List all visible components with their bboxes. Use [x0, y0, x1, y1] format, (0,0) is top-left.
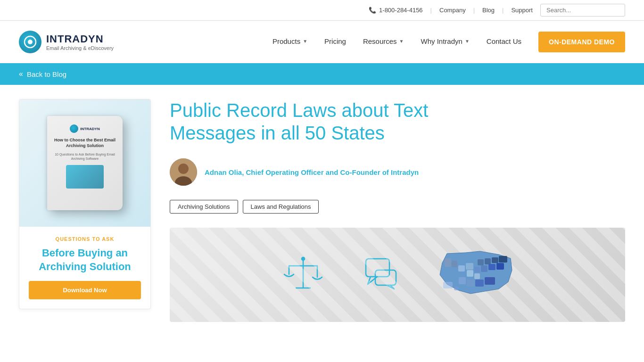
book-screen-graphic: [66, 165, 104, 189]
svg-rect-20: [474, 267, 480, 272]
demo-button[interactable]: ON-DEMAND DEMO: [538, 32, 625, 52]
why-chevron-icon: ▼: [465, 39, 470, 44]
svg-rect-11: [366, 259, 389, 277]
nav-pricing[interactable]: Pricing: [317, 21, 354, 63]
svg-rect-15: [485, 258, 491, 264]
svg-rect-25: [445, 258, 451, 267]
divider-1: |: [430, 7, 432, 14]
logo[interactable]: INTRADYN Email Archiving & eDiscovery: [19, 31, 114, 53]
svg-point-3: [178, 164, 189, 174]
nav-why-intradyn[interactable]: Why Intradyn ▼: [413, 21, 477, 63]
svg-rect-18: [488, 264, 495, 270]
us-map-icon: [438, 249, 513, 301]
logo-text-area: INTRADYN Email Archiving & eDiscovery: [46, 33, 114, 51]
svg-point-1: [28, 40, 33, 44]
logo-brand: INTRADYN: [46, 33, 114, 45]
book-logo-dot: [70, 124, 78, 133]
back-to-blog-link[interactable]: « Back to Blog: [19, 70, 66, 78]
sidebar-headline: Before Buying an Archiving Solution: [29, 247, 141, 273]
sidebar-card: INTRADYN How to Choose the Best Email Ar…: [19, 99, 151, 309]
book-title: How to Choose the Best Email Archiving S…: [54, 138, 116, 148]
tag-archiving-solutions[interactable]: Archiving Solutions: [170, 200, 238, 214]
book-visual: INTRADYN How to Choose the Best Email Ar…: [47, 116, 123, 210]
divider-3: |: [502, 7, 504, 14]
search-input[interactable]: [540, 4, 625, 16]
nav-contact[interactable]: Contact Us: [479, 21, 529, 63]
back-bar: « Back to Blog: [0, 63, 644, 85]
svg-rect-31: [443, 282, 453, 288]
hero-image: [170, 228, 625, 322]
top-bar: 📞 1-800-284-4156 | Company | Blog | Supp…: [0, 0, 644, 21]
svg-rect-16: [478, 259, 484, 265]
tags-row: Archiving Solutions Laws and Regulations: [170, 200, 625, 214]
svg-point-10: [302, 257, 305, 260]
svg-rect-12: [375, 270, 396, 285]
back-arrow-icon: «: [19, 70, 23, 78]
author-row: Adnan Olia, Chief Operating Officer and …: [170, 158, 625, 186]
blog-link[interactable]: Blog: [482, 7, 495, 14]
article-area: Public Record Laws about Text Messages i…: [170, 85, 625, 322]
sidebar: INTRADYN How to Choose the Best Email Ar…: [19, 85, 151, 322]
phone-number: 📞 1-800-284-4156: [369, 7, 423, 14]
logo-icon: [19, 31, 41, 53]
support-link[interactable]: Support: [511, 7, 533, 14]
nav-products[interactable]: Products ▼: [265, 21, 315, 63]
svg-rect-22: [458, 265, 465, 272]
chat-icon: [362, 255, 400, 295]
phone-icon: 📞: [369, 7, 376, 14]
resources-chevron-icon: ▼: [399, 39, 404, 44]
svg-rect-24: [474, 273, 480, 279]
sidebar-eyebrow: QUESTIONS TO ASK: [29, 236, 141, 242]
article-title: Public Record Laws about Text Messages i…: [170, 99, 509, 144]
svg-rect-14: [492, 257, 498, 263]
nav-resources[interactable]: Resources ▼: [355, 21, 412, 63]
svg-rect-17: [496, 263, 504, 270]
author-name: Adnan Olia, Chief Operating Officer and …: [205, 168, 419, 176]
svg-rect-27: [485, 277, 495, 285]
author-avatar-svg: [170, 158, 197, 186]
svg-rect-30: [459, 277, 466, 284]
author-avatar: [170, 158, 197, 186]
scale-icon: [282, 253, 324, 297]
logo-svg: [24, 35, 37, 49]
nav-items: Products ▼ Pricing Resources ▼ Why Intra…: [265, 21, 625, 63]
sidebar-cta-button[interactable]: Download Now: [29, 281, 141, 299]
tag-laws-regulations[interactable]: Laws and Regulations: [243, 200, 319, 214]
book-subtitle: 10 Questions to Ask Before Buying Email …: [54, 152, 116, 161]
svg-rect-28: [475, 280, 484, 287]
svg-rect-19: [481, 265, 487, 272]
svg-rect-23: [467, 270, 473, 277]
svg-rect-13: [499, 256, 507, 263]
svg-rect-29: [467, 280, 474, 287]
book-logo: INTRADYN: [70, 124, 99, 133]
company-link[interactable]: Company: [439, 7, 466, 14]
sidebar-book-image: INTRADYN How to Choose the Best Email Ar…: [19, 99, 150, 227]
divider-2: |: [473, 7, 475, 14]
content-wrapper: INTRADYN How to Choose the Best Email Ar…: [0, 85, 644, 322]
svg-rect-32: [454, 287, 459, 290]
svg-rect-21: [466, 263, 473, 270]
svg-rect-26: [452, 261, 457, 267]
sidebar-text: QUESTIONS TO ASK Before Buying an Archiv…: [19, 227, 150, 309]
main-navigation: INTRADYN Email Archiving & eDiscovery Pr…: [0, 21, 644, 63]
back-label: Back to Blog: [27, 70, 66, 78]
products-chevron-icon: ▼: [303, 39, 307, 44]
logo-tagline: Email Archiving & eDiscovery: [46, 45, 114, 51]
